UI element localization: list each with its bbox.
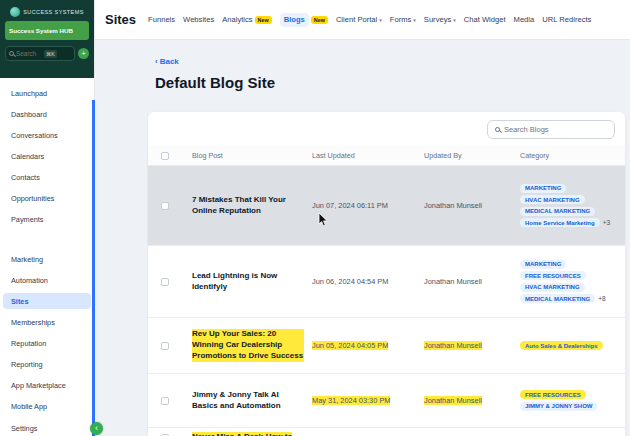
column-header-blog-post: Blog Post — [192, 151, 312, 160]
category-badge: FREE RESOURCES — [520, 271, 586, 280]
new-badge: New — [255, 16, 272, 24]
sidebar-item-automation[interactable]: Automation — [3, 272, 91, 288]
sidebar-search-input[interactable] — [16, 50, 42, 57]
chevron-down-icon: ▾ — [413, 17, 416, 23]
tab-url-redirects[interactable]: URL Redirects — [542, 15, 591, 24]
table-row[interactable]: Never Miss A Deal: How to — [148, 428, 625, 436]
select-all-checkbox[interactable] — [161, 152, 169, 160]
tab-forms[interactable]: Forms ▾ — [390, 15, 416, 24]
column-header-category: Category — [520, 151, 625, 160]
sidebar-item-launchpad[interactable]: Launchpad — [3, 85, 91, 101]
sidebar-collapse-button[interactable]: ‹ — [90, 422, 103, 435]
tab-surveys[interactable]: Surveys ▾ — [424, 15, 456, 24]
blog-title[interactable]: Lead Lightning is Now Identifyly — [192, 271, 304, 293]
sidebar-item-reputation[interactable]: Reputation — [3, 335, 91, 351]
sidebar-item-reporting[interactable]: Reporting — [3, 356, 91, 372]
card-toolbar — [148, 112, 625, 146]
sidebar-item-mobile-app[interactable]: Mobile App — [3, 398, 91, 414]
sidebar-item-contacts[interactable]: Contacts — [3, 169, 91, 185]
workspace-switcher[interactable]: Success System HUB — [5, 21, 89, 40]
blog-title[interactable]: Rev Up Your Sales: 20 Winning Car Dealer… — [192, 329, 304, 361]
sidebar-scrollbar[interactable] — [92, 100, 95, 436]
back-button[interactable]: ‹ Back — [155, 57, 179, 66]
blog-table-card: Blog Post Last Updated Updated By Catego… — [148, 112, 625, 436]
category-badge: FREE RESOURCES — [520, 390, 586, 399]
row-checkbox[interactable] — [161, 278, 169, 286]
category-list: Auto Sales & Dealerships — [520, 335, 603, 356]
tab-analytics[interactable]: Analytics New — [222, 15, 271, 24]
category-list: MARKETING FREE RESOURCES HVAC MARKETING … — [520, 254, 606, 310]
brand: Success Systems — [5, 5, 89, 21]
category-badge: HVAC MARKETING — [520, 195, 585, 204]
blog-title[interactable]: Jimmy & Jonny Talk AI Basics and Automat… — [192, 390, 304, 412]
more-categories-count[interactable]: +3 — [603, 219, 610, 226]
table-header-row: Blog Post Last Updated Updated By Catego… — [148, 146, 625, 166]
sidebar-search[interactable]: ⌘K — [5, 46, 75, 61]
brand-logo-icon — [10, 7, 20, 17]
page-title: Default Blog Site — [155, 74, 275, 91]
search-icon — [495, 127, 500, 132]
category-badge: JIMMY & JONNY SHOW — [520, 402, 597, 411]
tab-websites[interactable]: Websites — [183, 15, 214, 24]
last-updated: Jun 07, 2024 06:11 PM — [312, 201, 388, 210]
chevron-down-icon: ▾ — [379, 17, 382, 23]
last-updated: Jun 05, 2024 04:05 PM — [312, 341, 388, 350]
quick-add-button[interactable]: + — [78, 48, 89, 59]
sidebar-item-calendars[interactable]: Calendars — [3, 148, 91, 164]
brand-name: Success Systems — [23, 9, 83, 15]
column-header-updated-by: Updated By — [424, 151, 520, 160]
sidebar-item-marketing[interactable]: Marketing — [3, 251, 91, 267]
row-checkbox[interactable] — [161, 342, 169, 350]
category-badge: MEDICAL MARKETING — [520, 207, 595, 216]
sidebar-item-sites[interactable]: Sites — [3, 293, 91, 309]
tab-funnels[interactable]: Funnels — [148, 15, 175, 24]
category-list: FREE RESOURCES JIMMY & JONNY SHOW — [520, 384, 597, 417]
blog-title[interactable]: 7 Mistakes That Kill Your Online Reputat… — [192, 195, 304, 217]
tab-client-portal[interactable]: Client Portal ▾ — [336, 15, 382, 24]
sidebar-nav: Launchpad Dashboard Conversations Calend… — [0, 78, 94, 436]
tab-blogs[interactable]: Blogs New — [280, 13, 328, 27]
sidebar-section-gap — [3, 232, 91, 246]
sidebar-item-app-marketplace[interactable]: App Marketplace — [3, 377, 91, 393]
sidebar-item-memberships[interactable]: Memberships — [3, 314, 91, 330]
tab-media[interactable]: Media — [514, 15, 535, 24]
row-checkbox[interactable] — [161, 202, 169, 210]
blog-title[interactable]: Never Miss A Deal: How to — [192, 432, 292, 436]
sidebar-item-dashboard[interactable]: Dashboard — [3, 106, 91, 122]
updated-by: Jonathan Munsell — [424, 277, 482, 286]
table-row[interactable]: 7 Mistakes That Kill Your Online Reputat… — [148, 166, 625, 246]
table-row[interactable]: Lead Lightning is Now Identifyly Jun 06,… — [148, 246, 625, 318]
chevron-left-icon: ‹ — [155, 57, 158, 66]
new-badge: New — [311, 16, 328, 24]
sidebar-search-row: ⌘K + — [5, 46, 89, 61]
category-badge: MARKETING — [520, 260, 566, 269]
search-shortcut-badge: ⌘K — [44, 50, 57, 58]
topbar-title: Sites — [105, 12, 136, 27]
category-badge: MEDICAL MARKETING — [520, 294, 595, 303]
search-blogs-input[interactable] — [504, 125, 607, 134]
table-row[interactable]: Jimmy & Jonny Talk AI Basics and Automat… — [148, 374, 625, 428]
sidebar: Success Systems Success System HUB ⌘K + … — [0, 0, 95, 436]
updated-by: Jonathan Munsell — [424, 341, 482, 350]
category-badge: Auto Sales & Dealerships — [520, 341, 603, 350]
category-badge: MARKETING — [520, 184, 566, 193]
updated-by: Jonathan Munsell — [424, 201, 482, 210]
category-list: MARKETING HVAC MARKETING MEDICAL MARKETI… — [520, 178, 610, 234]
topbar: Sites Funnels Websites Analytics New Blo… — [95, 0, 630, 40]
sidebar-item-payments[interactable]: Payments — [3, 211, 91, 227]
category-badge: Home Service Marketing — [520, 218, 600, 227]
sidebar-header: Success Systems Success System HUB ⌘K + — [0, 0, 94, 78]
main-content: ‹ Back Default Blog Site Blog Post Last … — [95, 40, 630, 436]
app-window: Success Systems Success System HUB ⌘K + … — [0, 0, 630, 436]
row-checkbox[interactable] — [161, 397, 169, 405]
sidebar-item-settings[interactable]: Settings — [3, 420, 91, 436]
sidebar-item-conversations[interactable]: Conversations — [3, 127, 91, 143]
table-row[interactable]: Rev Up Your Sales: 20 Winning Car Dealer… — [148, 318, 625, 374]
tab-chat-widget[interactable]: Chat Widget — [464, 15, 506, 24]
search-icon — [9, 51, 14, 56]
sidebar-item-opportunities[interactable]: Opportunities — [3, 190, 91, 206]
category-badge: HVAC MARKETING — [520, 283, 585, 292]
more-categories-count[interactable]: +8 — [598, 295, 605, 302]
search-blogs-box[interactable] — [487, 120, 615, 139]
last-updated: May 31, 2024 03:30 PM — [312, 396, 390, 405]
